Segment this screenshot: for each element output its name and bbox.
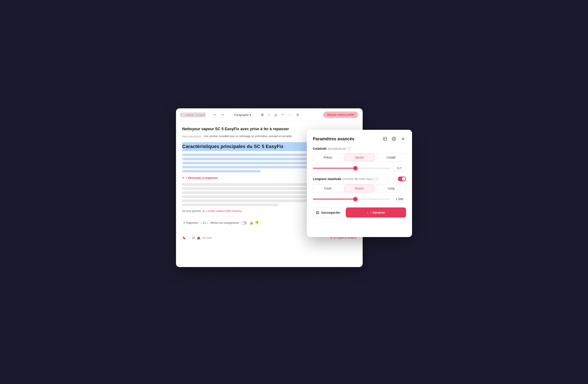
- panel-title: Paramètres avancés: [313, 137, 382, 141]
- thumbs-down-icon[interactable]: 👎: [255, 221, 259, 225]
- quote-button[interactable]: ❝: [281, 112, 285, 117]
- regen-icon: ↺: [183, 222, 185, 224]
- preview-icon: [383, 137, 387, 141]
- meta-label: Meta description: [182, 135, 201, 138]
- gear-icon: [392, 137, 396, 141]
- generate-icon: ↑: [367, 211, 368, 214]
- skeleton-line-5: [182, 170, 260, 172]
- creativity-sub: (température): [328, 147, 346, 150]
- option-court-button[interactable]: Court: [313, 184, 343, 192]
- atomic-content-button[interactable]: + + Atomic Content: [181, 113, 205, 117]
- length-slider-row: 1 000: [313, 196, 406, 202]
- export-icon[interactable]: 📤: [197, 236, 200, 240]
- redo-button[interactable]: ↪: [220, 112, 225, 117]
- changes-toggle[interactable]: [241, 221, 247, 225]
- option-precise-button[interactable]: Précis: [313, 153, 343, 162]
- published-button[interactable]: Marqué comme publié: [323, 112, 358, 118]
- length-thumb[interactable]: [353, 197, 357, 201]
- panel-preview-button[interactable]: [382, 136, 388, 142]
- underline-button[interactable]: U: [273, 112, 278, 117]
- panel-header-icons: [382, 136, 406, 142]
- length-value: 1 000: [393, 196, 406, 202]
- option-neutre-button[interactable]: Neutre: [344, 153, 374, 162]
- toolbar-divider-2: [229, 113, 229, 117]
- creativity-label-row: Créativité (température) i: [313, 147, 406, 150]
- credit-badge: ⊗ 2 crédits utilisés (1085 restants): [203, 210, 242, 213]
- italic-button[interactable]: I: [267, 112, 271, 117]
- creativity-fill: [313, 168, 355, 169]
- editor-toolbar: + + Atomic Content ↩ ↪ Paragraphe ▾ B I …: [176, 109, 362, 121]
- length-toggle[interactable]: [398, 177, 406, 181]
- toolbar-divider-3: [256, 113, 257, 117]
- creativity-track: [313, 168, 390, 169]
- image-icon[interactable]: 🖼: [192, 236, 195, 240]
- regenerate-button[interactable]: ↺ Régénérer: [183, 222, 198, 224]
- page-next-button[interactable]: ›: [207, 221, 208, 225]
- creativity-options: Précis Neutre Créatif: [313, 153, 406, 162]
- length-track: [313, 199, 390, 200]
- length-options: Court Moyen Long: [313, 184, 406, 192]
- thumbs-up-icon[interactable]: 👍: [249, 221, 253, 225]
- length-label-row: Longueur maximale (nombre de mots max.) …: [313, 177, 378, 181]
- option-moyen-button[interactable]: Moyen: [344, 184, 374, 192]
- creativity-label: Créativité: [313, 147, 327, 150]
- length-info-icon[interactable]: i: [375, 177, 378, 181]
- creativity-slider-row: 0,7: [313, 165, 406, 171]
- advanced-panel: Paramètres avancés: [307, 130, 412, 237]
- page-count: 1/1: [202, 222, 206, 224]
- save-label: Sauvegarder: [321, 211, 340, 214]
- meta-value: Une solution complète pour un nettoyage …: [204, 135, 294, 138]
- panel-settings-button[interactable]: [391, 136, 397, 142]
- changes-label: Afficher les changements: [210, 222, 239, 224]
- thumb-buttons: 👍 👎: [249, 221, 259, 225]
- svg-point-1: [394, 138, 395, 140]
- length-section: Longueur maximale (nombre de mots max.) …: [313, 177, 406, 202]
- panel-footer: Sauvegarder ↑ ↑ Générer: [313, 207, 406, 218]
- creativity-value: 0,7: [393, 165, 406, 171]
- undo-button[interactable]: ↩: [212, 112, 217, 117]
- page-nav: ‹ 1/1 ›: [201, 221, 208, 225]
- paragraph-dropdown[interactable]: Paragraphe ▾: [232, 112, 253, 118]
- plus-icon: +: [181, 113, 183, 117]
- atomic-content-label: + Atomic Content: [184, 113, 205, 117]
- length-label: Longueur maximale: [313, 177, 341, 181]
- creativity-info-icon[interactable]: i: [347, 147, 351, 150]
- svg-rect-0: [383, 137, 387, 141]
- settings-icon[interactable]: ⚙: [295, 112, 300, 117]
- heart-icon[interactable]: ♡: [188, 236, 190, 240]
- close-icon: [401, 137, 405, 141]
- generate-button[interactable]: ↑ ↑ Générer: [346, 207, 406, 218]
- length-slider[interactable]: [313, 197, 390, 201]
- plus-generate-icon: +: [182, 176, 184, 180]
- generate-label: ↑ Générer: [370, 211, 385, 214]
- page-prev-button[interactable]: ‹: [201, 221, 202, 225]
- bold-button[interactable]: B: [260, 112, 265, 117]
- skel2-6: [182, 203, 278, 206]
- creativity-slider[interactable]: [313, 166, 390, 170]
- save-button[interactable]: Sauvegarder: [313, 207, 344, 218]
- chevron-down-icon: ▾: [250, 113, 251, 117]
- generate-response-button[interactable]: + + Generate a response: [182, 176, 218, 180]
- toolbar-divider-1: [209, 113, 209, 117]
- generate-response-label: + Generate a response: [185, 176, 218, 180]
- save-icon: [316, 211, 319, 214]
- length-sub: (nombre de mots max.): [342, 177, 374, 181]
- word-stats: 58 mots générés: [182, 210, 201, 213]
- scene: + + Atomic Content ↩ ↪ Paragraphe ▾ B I …: [176, 108, 412, 276]
- length-fill: [313, 199, 355, 200]
- footer-icons: 🔖 ♡ 🖼 📤: [182, 236, 200, 240]
- length-header: Longueur maximale (nombre de mots max.) …: [313, 177, 406, 181]
- panel-header: Paramètres avancés: [313, 136, 406, 142]
- footer-word-count: 64 mots: [203, 236, 212, 239]
- regen-label: Régénérer: [186, 222, 198, 224]
- panel-close-button[interactable]: [400, 136, 406, 142]
- creativity-thumb[interactable]: [353, 166, 357, 170]
- creativity-section: Créativité (température) i Précis Neutre…: [313, 147, 406, 171]
- option-creatif-button[interactable]: Créatif: [376, 153, 406, 162]
- more-button[interactable]: ···: [287, 112, 293, 117]
- paragraph-label: Paragraphe: [234, 113, 249, 117]
- option-long-button[interactable]: Long: [376, 184, 406, 192]
- bookmark-icon[interactable]: 🔖: [182, 236, 186, 240]
